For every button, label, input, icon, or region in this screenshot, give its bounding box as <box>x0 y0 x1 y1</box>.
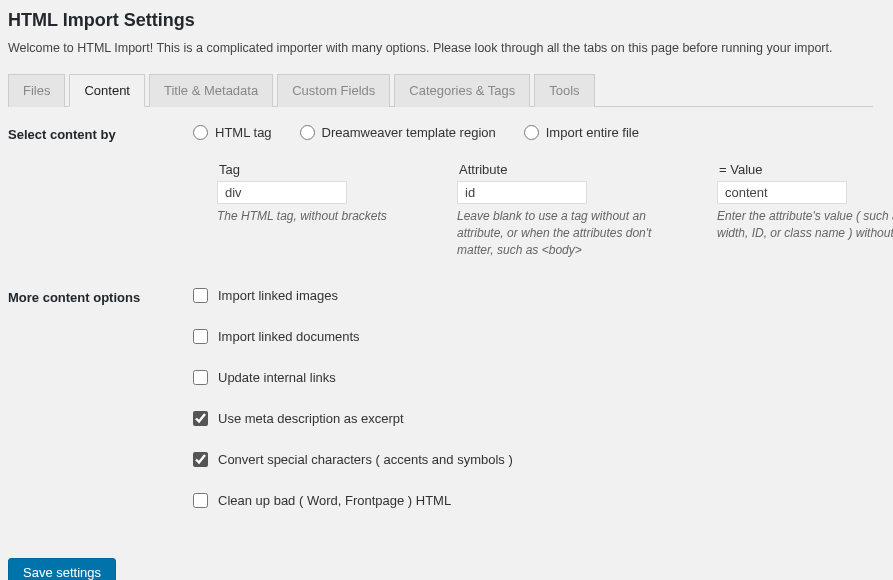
save-button[interactable]: Save settings <box>8 558 116 580</box>
tab-title-metadata[interactable]: Title & Metadata <box>149 74 273 107</box>
check-meta-excerpt-input[interactable] <box>193 411 208 426</box>
select-content-label: Select content by <box>8 125 193 258</box>
radio-dreamweaver-label: Dreamweaver template region <box>322 125 496 140</box>
value-field-label: = Value <box>717 162 893 177</box>
page-title: HTML Import Settings <box>8 10 873 31</box>
attribute-field-label: Attribute <box>457 162 677 177</box>
check-meta-excerpt[interactable]: Use meta description as excerpt <box>193 411 873 426</box>
check-import-documents[interactable]: Import linked documents <box>193 329 873 344</box>
radio-html-tag-label: HTML tag <box>215 125 272 140</box>
radio-html-tag[interactable]: HTML tag <box>193 125 272 140</box>
check-import-images-input[interactable] <box>193 288 208 303</box>
check-update-links-label: Update internal links <box>218 370 336 385</box>
check-import-documents-label: Import linked documents <box>218 329 360 344</box>
radio-html-tag-input[interactable] <box>193 125 208 140</box>
check-meta-excerpt-label: Use meta description as excerpt <box>218 411 404 426</box>
check-import-images-label: Import linked images <box>218 288 338 303</box>
radio-dreamweaver[interactable]: Dreamweaver template region <box>300 125 496 140</box>
tab-tools[interactable]: Tools <box>534 74 594 107</box>
check-convert-chars-label: Convert special characters ( accents and… <box>218 452 513 467</box>
radio-import-entire[interactable]: Import entire file <box>524 125 639 140</box>
attribute-field[interactable] <box>457 181 587 204</box>
tag-field-label: Tag <box>217 162 417 177</box>
tab-content[interactable]: Content <box>69 74 145 107</box>
value-field[interactable] <box>717 181 847 204</box>
attribute-field-help: Leave blank to use a tag without an attr… <box>457 208 677 258</box>
tag-field[interactable] <box>217 181 347 204</box>
check-update-links-input[interactable] <box>193 370 208 385</box>
more-options-label: More content options <box>8 288 193 508</box>
radio-dreamweaver-input[interactable] <box>300 125 315 140</box>
check-clean-html-label: Clean up bad ( Word, Frontpage ) HTML <box>218 493 451 508</box>
check-convert-chars-input[interactable] <box>193 452 208 467</box>
tabs-bar: Files Content Title & Metadata Custom Fi… <box>8 73 873 107</box>
check-import-documents-input[interactable] <box>193 329 208 344</box>
radio-import-entire-label: Import entire file <box>546 125 639 140</box>
check-convert-chars[interactable]: Convert special characters ( accents and… <box>193 452 873 467</box>
check-clean-html-input[interactable] <box>193 493 208 508</box>
radio-import-entire-input[interactable] <box>524 125 539 140</box>
intro-text: Welcome to HTML Import! This is a compli… <box>8 41 873 55</box>
check-import-images[interactable]: Import linked images <box>193 288 873 303</box>
tab-custom-fields[interactable]: Custom Fields <box>277 74 390 107</box>
value-field-help: Enter the attribute's value ( such as wi… <box>717 208 893 242</box>
tag-field-help: The HTML tag, without brackets <box>217 208 417 225</box>
tab-categories-tags[interactable]: Categories & Tags <box>394 74 530 107</box>
check-update-links[interactable]: Update internal links <box>193 370 873 385</box>
tab-files[interactable]: Files <box>8 74 65 107</box>
check-clean-html[interactable]: Clean up bad ( Word, Frontpage ) HTML <box>193 493 873 508</box>
